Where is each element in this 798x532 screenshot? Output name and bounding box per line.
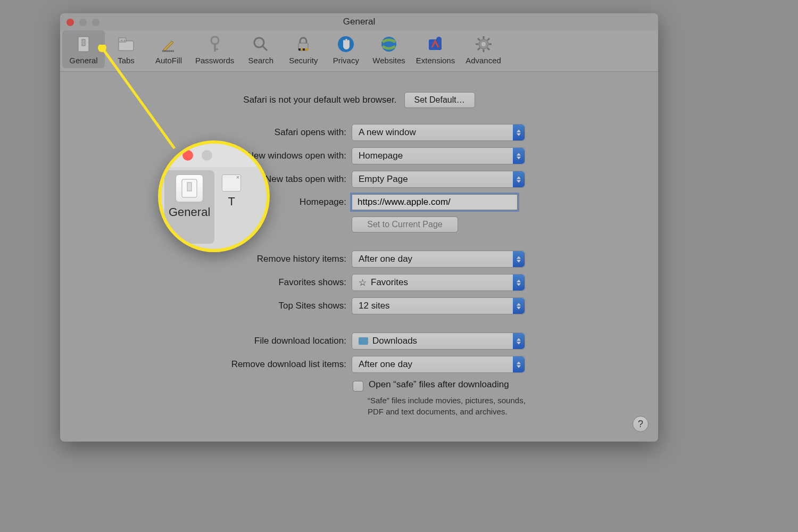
safe-files-label: Open “safe” files after downloading xyxy=(369,379,509,390)
svg-text:× +: × + xyxy=(121,39,126,42)
dropdown-tabs-open-with[interactable]: Empty Page xyxy=(352,171,525,188)
svg-line-27 xyxy=(478,48,480,50)
label-download-location: File download location: xyxy=(81,336,352,346)
label-remove-downloads: Remove download list items: xyxy=(81,359,352,370)
svg-point-6 xyxy=(211,37,219,44)
dropdown-value: 12 sites xyxy=(359,301,390,311)
svg-rect-7 xyxy=(214,43,216,52)
zoom-window-button[interactable] xyxy=(92,19,99,26)
globe-icon xyxy=(378,34,400,55)
tabs-icon: × xyxy=(222,174,241,192)
label-remove-history: Remove history items: xyxy=(81,254,352,264)
svg-point-9 xyxy=(254,38,264,47)
help-button[interactable]: ? xyxy=(633,416,649,432)
chevron-updown-icon xyxy=(513,333,525,349)
titlebar: General xyxy=(60,13,658,30)
svg-rect-1 xyxy=(82,39,85,46)
general-icon xyxy=(176,174,203,202)
extensions-icon xyxy=(425,34,446,55)
magnifier-general-label: General xyxy=(169,205,210,219)
tab-label: Extensions xyxy=(416,56,455,65)
folder-icon xyxy=(359,337,368,345)
tab-label: Advanced xyxy=(466,56,501,65)
label-top-sites-shows: Top Sites shows: xyxy=(81,301,352,311)
svg-line-24 xyxy=(478,38,480,40)
chevron-updown-icon xyxy=(513,124,525,140)
gear-icon xyxy=(473,34,494,55)
magnifier-tabs-tab: × T xyxy=(218,167,245,247)
chevron-updown-icon xyxy=(513,275,525,290)
dropdown-opens-with[interactable]: A new window xyxy=(352,124,525,141)
dropdown-value: Homepage xyxy=(359,151,403,161)
dropdown-download-location[interactable]: Downloads xyxy=(352,332,525,350)
key-icon xyxy=(204,34,226,55)
magnifier-callout: General × T xyxy=(158,140,270,252)
svg-line-10 xyxy=(263,46,267,51)
callout-line xyxy=(97,45,182,151)
general-icon xyxy=(73,34,94,55)
tab-privacy[interactable]: Privacy xyxy=(325,30,367,68)
dropdown-value: Downloads xyxy=(372,336,417,346)
tab-security[interactable]: Security xyxy=(282,30,325,68)
svg-line-25 xyxy=(487,48,489,50)
star-icon: ☆ xyxy=(359,277,367,288)
set-default-button[interactable]: Set Default… xyxy=(404,92,475,108)
tab-label: Search xyxy=(248,56,274,65)
minimize-icon xyxy=(202,150,212,161)
dropdown-value: A new window xyxy=(359,127,416,138)
svg-rect-8 xyxy=(214,48,218,50)
tab-passwords[interactable]: Passwords xyxy=(190,30,239,68)
svg-point-28 xyxy=(481,42,486,46)
banner-text: Safari is not your default web browser. xyxy=(243,95,396,105)
chevron-updown-icon xyxy=(513,356,525,372)
chevron-updown-icon xyxy=(513,171,525,187)
close-window-button[interactable] xyxy=(66,19,74,26)
magnifier-tabs-label: T xyxy=(228,195,235,209)
svg-rect-13 xyxy=(298,48,301,51)
dropdown-windows-open-with[interactable]: Homepage xyxy=(352,147,525,164)
svg-rect-14 xyxy=(303,48,305,51)
dropdown-favorites-shows[interactable]: ☆ Favorites xyxy=(352,274,525,291)
tab-label: General xyxy=(69,56,97,65)
tab-label: Passwords xyxy=(195,56,234,65)
set-current-page-button[interactable]: Set to Current Page xyxy=(352,217,458,232)
minimize-window-button[interactable] xyxy=(79,19,87,26)
magnifier-general-tab: General xyxy=(164,170,214,244)
chevron-updown-icon xyxy=(513,251,525,267)
safe-files-hint: “Safe” files include movies, pictures, s… xyxy=(368,395,543,417)
homepage-input[interactable] xyxy=(352,194,518,210)
dropdown-value: Empty Page xyxy=(359,174,408,185)
lock-icon xyxy=(293,34,314,55)
svg-rect-32 xyxy=(187,182,192,191)
window-controls xyxy=(66,19,99,26)
tab-search[interactable]: Search xyxy=(239,30,282,68)
dropdown-top-sites-shows[interactable]: 12 sites xyxy=(352,297,525,314)
svg-line-29 xyxy=(102,48,174,148)
svg-line-26 xyxy=(487,38,489,40)
label-favorites-shows: Favorites shows: xyxy=(81,277,352,288)
tab-label: Security xyxy=(289,56,318,65)
tab-label: Privacy xyxy=(333,56,359,65)
safe-files-checkbox[interactable] xyxy=(353,381,363,392)
dropdown-remove-downloads[interactable]: After one day xyxy=(352,356,525,373)
tab-label: Websites xyxy=(372,56,405,65)
svg-point-18 xyxy=(436,37,442,42)
tab-websites[interactable]: Websites xyxy=(367,30,410,68)
chevron-updown-icon xyxy=(513,298,525,314)
hand-icon xyxy=(335,34,356,55)
dropdown-value: After one day xyxy=(359,359,412,370)
search-icon xyxy=(250,34,271,55)
close-icon xyxy=(182,150,193,161)
dropdown-remove-history[interactable]: After one day xyxy=(352,251,525,268)
chevron-updown-icon xyxy=(513,148,525,164)
dropdown-value: After one day xyxy=(359,254,412,264)
dropdown-value: Favorites xyxy=(371,277,408,288)
window-title: General xyxy=(343,16,375,27)
tab-extensions[interactable]: Extensions xyxy=(411,30,460,68)
tab-advanced[interactable]: Advanced xyxy=(460,30,506,68)
